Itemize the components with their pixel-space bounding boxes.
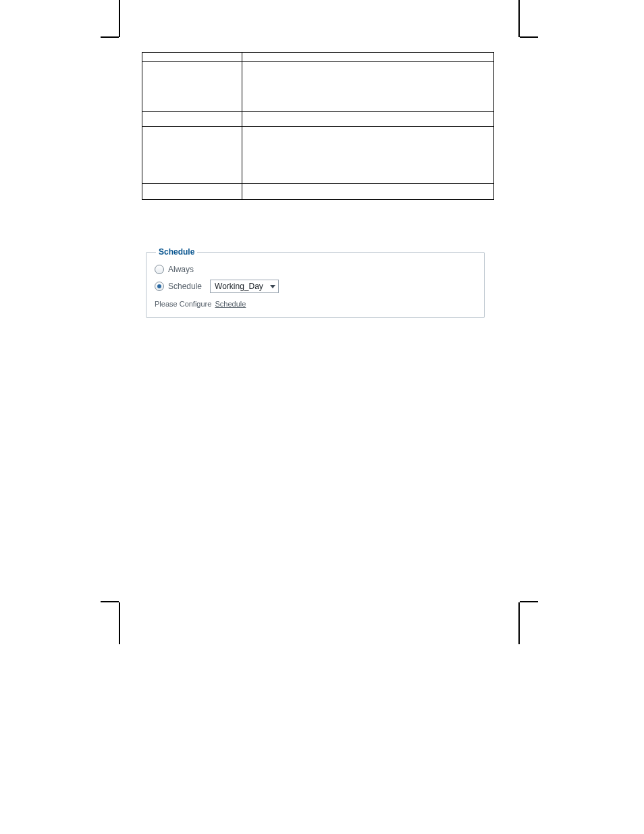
crop-mark <box>119 0 120 37</box>
schedule-radio-row[interactable]: Schedule Working_Day <box>153 277 477 296</box>
table-row <box>142 127 494 184</box>
always-radio-label: Always <box>168 265 194 274</box>
content-table <box>142 52 494 200</box>
crop-mark <box>101 601 119 602</box>
schedule-select[interactable]: Working_Day <box>210 280 279 293</box>
table-row <box>142 53 494 62</box>
radio-icon <box>155 265 164 274</box>
crop-mark <box>520 36 538 38</box>
table-row <box>142 184 494 200</box>
crop-mark <box>520 601 538 602</box>
crop-mark <box>518 0 520 37</box>
schedule-legend: Schedule <box>156 247 197 257</box>
crop-mark <box>101 36 119 38</box>
always-radio-row[interactable]: Always <box>153 262 477 277</box>
crop-mark <box>119 602 120 644</box>
configure-hint: Please Configure Schedule <box>153 296 477 308</box>
chevron-down-icon <box>270 285 275 288</box>
table-row <box>142 112 494 127</box>
crop-mark <box>518 602 520 644</box>
configure-schedule-link[interactable]: Schedule <box>215 300 246 308</box>
table-row <box>142 62 494 112</box>
schedule-fieldset: Schedule Always Schedule Working_Day Ple… <box>146 247 485 318</box>
schedule-select-value: Working_Day <box>215 282 263 291</box>
schedule-radio-label: Schedule <box>168 282 202 291</box>
radio-icon <box>155 282 164 291</box>
configure-hint-text: Please Configure <box>155 300 211 308</box>
